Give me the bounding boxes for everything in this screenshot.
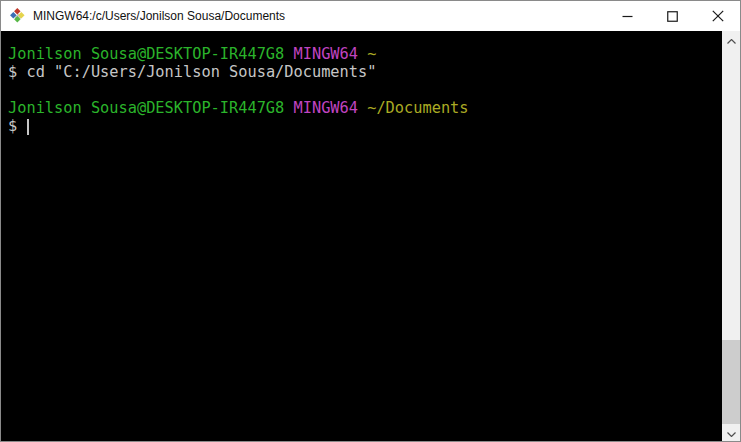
command-text: cd "C:/Users/Jonilson Sousa/Documents" xyxy=(26,63,376,81)
prompt-environment: MINGW64 xyxy=(294,99,358,117)
blank-line xyxy=(8,81,722,99)
window-body: Jonilson Sousa@DESKTOP-IR447G8 MINGW64 ~… xyxy=(1,31,740,441)
scrollbar-thumb[interactable] xyxy=(722,340,740,424)
input-line[interactable]: $ xyxy=(8,117,722,135)
terminal-output[interactable]: Jonilson Sousa@DESKTOP-IR447G8 MINGW64 ~… xyxy=(1,31,722,441)
maximize-button[interactable] xyxy=(650,1,695,31)
prompt-line: Jonilson Sousa@DESKTOP-IR447G8 MINGW64 ~ xyxy=(8,45,722,63)
prompt-path: ~/Documents xyxy=(367,99,468,117)
prompt-symbol: $ xyxy=(8,63,17,81)
prompt-user-host: Jonilson Sousa@DESKTOP-IR447G8 xyxy=(8,99,284,117)
prompt-user-host: Jonilson Sousa@DESKTOP-IR447G8 xyxy=(8,45,284,63)
command-line: $ cd "C:/Users/Jonilson Sousa/Documents" xyxy=(8,63,722,81)
minimize-icon xyxy=(622,11,633,22)
scroll-down-button[interactable] xyxy=(722,424,740,441)
prompt-symbol: $ xyxy=(8,117,17,135)
prompt-path: ~ xyxy=(367,45,376,63)
prompt-environment: MINGW64 xyxy=(294,45,358,63)
titlebar[interactable]: MINGW64:/c/Users/Jonilson Sousa/Document… xyxy=(1,1,740,31)
prompt-line: Jonilson Sousa@DESKTOP-IR447G8 MINGW64 ~… xyxy=(8,99,722,117)
mintty-window: MINGW64:/c/Users/Jonilson Sousa/Document… xyxy=(0,0,741,442)
vertical-scrollbar[interactable] xyxy=(722,31,740,441)
chevron-up-icon xyxy=(727,32,736,47)
chevron-down-icon xyxy=(727,425,736,440)
scrollbar-track[interactable] xyxy=(722,48,740,424)
close-button[interactable] xyxy=(695,1,740,31)
caption-buttons xyxy=(605,1,740,31)
maximize-icon xyxy=(667,11,678,22)
minimize-button[interactable] xyxy=(605,1,650,31)
close-icon xyxy=(712,10,724,22)
scroll-up-button[interactable] xyxy=(722,31,740,48)
mintty-diamond-icon[interactable] xyxy=(10,8,26,24)
text-cursor xyxy=(27,119,29,135)
window-title: MINGW64:/c/Users/Jonilson Sousa/Document… xyxy=(33,9,605,23)
